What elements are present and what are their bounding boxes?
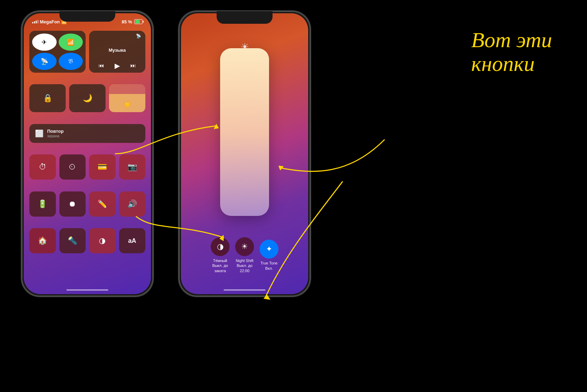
carrier-name: MegaFon: [40, 19, 60, 24]
battery-btn[interactable]: 🔋: [29, 191, 56, 217]
status-left: MegaFon 📶: [32, 19, 67, 24]
screen-mirror-btn[interactable]: ⬜ Повтор экрана: [29, 124, 145, 143]
home-btn[interactable]: 🏠: [29, 228, 56, 253]
annotation-line2: кнопки: [471, 52, 552, 75]
battery-icon: [134, 19, 143, 24]
wallet-btn[interactable]: 💳: [89, 154, 116, 180]
night-shift-circle[interactable]: ☀: [235, 237, 254, 256]
brightness-panel[interactable]: [220, 48, 269, 216]
night-shift-label: Night Shift Выкл. до 22:00: [235, 258, 254, 273]
music-controls: ⏮ ▶ ⏭: [93, 61, 141, 70]
home-indicator-2: [224, 289, 266, 291]
annotation-line1: Вот эти: [471, 28, 552, 52]
wifi-btn[interactable]: 📡: [32, 53, 57, 70]
music-title: Музыка: [93, 48, 141, 53]
sound-recognition-btn[interactable]: 🔊: [119, 191, 146, 217]
timer-btn[interactable]: ⏱: [29, 154, 56, 180]
phone-1: MegaFon 📶 85 % ✈ 📶 📡 𝔅: [21, 10, 154, 297]
wifi-icon: 📶: [61, 19, 67, 24]
music-block: 📡 Музыка ⏮ ▶ ⏭: [89, 31, 145, 73]
brightness-slider[interactable]: ☀️: [109, 84, 145, 112]
home-indicator: [66, 289, 108, 291]
airplane-mode-btn[interactable]: ✈: [32, 34, 57, 51]
cellular-btn[interactable]: 📶: [59, 34, 83, 51]
dark-mode-circle[interactable]: ◑: [211, 237, 230, 256]
phone-2: ☀ ◑ Тёмный Выкл. до заката ☀ Night Shift…: [178, 10, 311, 297]
true-tone-circle[interactable]: ✦: [260, 240, 278, 259]
night-shift-item[interactable]: ☀ Night Shift Выкл. до 22:00: [235, 237, 254, 273]
control-center: ✈ 📶 📡 𝔅 📡 Музыка ⏮ ▶ ⏭: [29, 31, 145, 273]
camera-btn[interactable]: 📷: [119, 154, 146, 180]
phone2-screen: ☀ ◑ Тёмный Выкл. до заката ☀ Night Shift…: [181, 13, 308, 294]
annotation-text: Вот эти кнопки: [471, 28, 552, 75]
true-tone-label: True Tone Вкл.: [261, 261, 278, 271]
text-size-btn[interactable]: aA: [119, 228, 146, 253]
stopwatch-btn[interactable]: ⏲: [59, 154, 86, 180]
mirror-label2: экрана: [47, 134, 64, 138]
phone1-screen: MegaFon 📶 85 % ✈ 📶 📡 𝔅: [24, 13, 151, 294]
flashlight-btn[interactable]: 🔦: [59, 228, 86, 253]
orientation-lock-btn[interactable]: 🔒: [29, 84, 66, 112]
bottom-buttons: ◑ Тёмный Выкл. до заката ☀ Night Shift В…: [211, 237, 278, 273]
accessibility-btn[interactable]: ◑: [89, 228, 116, 253]
next-btn[interactable]: ⏭: [130, 63, 136, 69]
prev-btn[interactable]: ⏮: [99, 63, 104, 69]
dark-mode-label: Тёмный Выкл. до заката: [211, 258, 230, 273]
mirror-label1: Повтор: [47, 129, 64, 134]
status-bar: MegaFon 📶 85 %: [32, 18, 143, 25]
record-btn[interactable]: ⏺: [59, 191, 86, 217]
bluetooth-btn[interactable]: 𝔅: [59, 53, 83, 70]
dark-mode-item[interactable]: ◑ Тёмный Выкл. до заката: [211, 237, 230, 273]
battery-percent: 85 %: [122, 19, 132, 24]
status-right: 85 %: [122, 19, 143, 24]
connectivity-block: ✈ 📶 📡 𝔅: [29, 31, 86, 73]
brightness-icon: ☀️: [123, 100, 132, 109]
do-not-disturb-btn[interactable]: 🌙: [69, 84, 106, 112]
play-btn[interactable]: ▶: [115, 61, 120, 70]
true-tone-item[interactable]: ✦ True Tone Вкл.: [260, 240, 278, 271]
markup-btn[interactable]: ✏️: [89, 191, 116, 217]
